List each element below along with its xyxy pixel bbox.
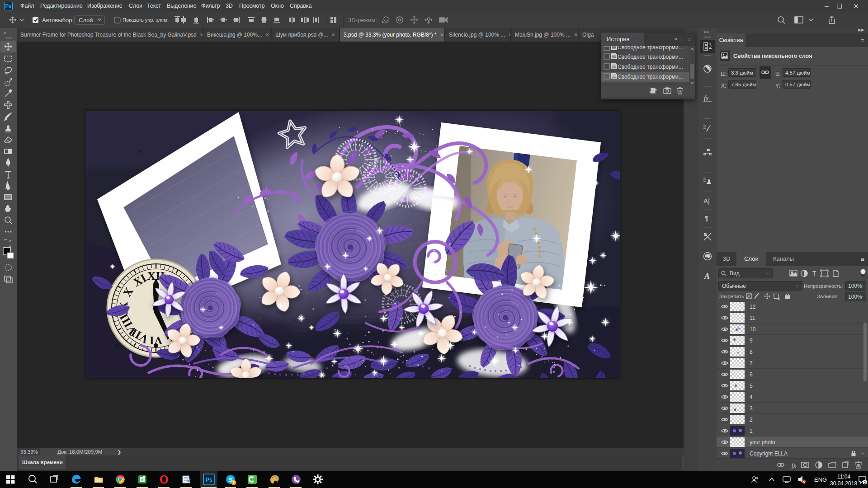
svg-text:11:04: 11:04: [837, 474, 850, 480]
svg-text:3D-режим:: 3D-режим:: [348, 17, 377, 23]
svg-text:ENG: ENG: [814, 476, 827, 483]
svg-text:7: 7: [233, 480, 235, 485]
svg-text:Показать упр. элем.: Показать упр. элем.: [123, 17, 169, 23]
svg-text:A|: A|: [703, 197, 710, 205]
svg-text:fx: fx: [792, 462, 797, 469]
svg-text:Ps: Ps: [206, 477, 212, 483]
svg-text:Слой: Слой: [79, 17, 93, 23]
svg-text:Автовыбор:: Автовыбор:: [42, 17, 74, 23]
svg-text:¶: ¶: [705, 214, 708, 222]
svg-text:fx: fx: [704, 95, 709, 102]
svg-text:««: ««: [704, 29, 709, 34]
svg-text:»: »: [4, 30, 6, 35]
svg-text:A: A: [704, 272, 710, 281]
svg-text:30.04.2018: 30.04.2018: [830, 480, 857, 487]
svg-text:2: 2: [864, 480, 866, 485]
svg-text:T: T: [812, 270, 816, 277]
